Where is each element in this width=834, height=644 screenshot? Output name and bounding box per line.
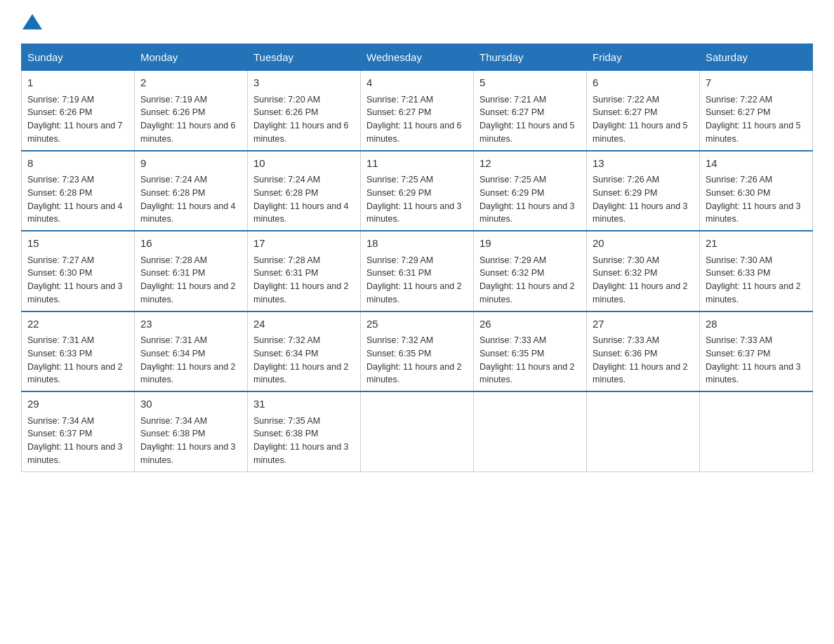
day-number: 18 (366, 236, 468, 252)
calendar-cell: 22Sunrise: 7:31 AMSunset: 6:33 PMDayligh… (22, 311, 135, 392)
calendar-cell: 20Sunrise: 7:30 AMSunset: 6:32 PMDayligh… (587, 231, 700, 311)
calendar-table: Sunday Monday Tuesday Wednesday Thursday… (21, 43, 813, 472)
calendar-cell (361, 391, 474, 471)
calendar-cell (587, 391, 700, 471)
calendar-cell: 1Sunrise: 7:19 AMSunset: 6:26 PMDaylight… (22, 71, 135, 151)
calendar-cell: 5Sunrise: 7:21 AMSunset: 6:27 PMDaylight… (474, 71, 587, 151)
calendar-cell: 7Sunrise: 7:22 AMSunset: 6:27 PMDaylight… (700, 71, 813, 151)
calendar-week-row: 1Sunrise: 7:19 AMSunset: 6:26 PMDaylight… (22, 71, 813, 151)
day-number: 19 (479, 236, 581, 252)
calendar-cell: 23Sunrise: 7:31 AMSunset: 6:34 PMDayligh… (135, 311, 248, 392)
page-header (21, 14, 813, 29)
day-number: 27 (593, 316, 694, 333)
day-number: 29 (27, 396, 128, 412)
day-number: 23 (140, 316, 241, 333)
calendar-cell: 2Sunrise: 7:19 AMSunset: 6:26 PMDaylight… (135, 71, 248, 151)
col-friday: Friday (587, 44, 700, 71)
day-number: 6 (593, 75, 694, 91)
calendar-cell: 3Sunrise: 7:20 AMSunset: 6:26 PMDaylight… (248, 71, 361, 151)
col-thursday: Thursday (474, 44, 587, 71)
day-number: 3 (253, 75, 355, 91)
calendar-cell: 10Sunrise: 7:24 AMSunset: 6:28 PMDayligh… (248, 151, 361, 232)
calendar-cell: 31Sunrise: 7:35 AMSunset: 6:38 PMDayligh… (248, 391, 361, 471)
calendar-cell: 12Sunrise: 7:25 AMSunset: 6:29 PMDayligh… (474, 151, 587, 232)
day-number: 15 (27, 236, 128, 252)
calendar-cell: 24Sunrise: 7:32 AMSunset: 6:34 PMDayligh… (248, 311, 361, 392)
col-wednesday: Wednesday (361, 44, 474, 71)
col-tuesday: Tuesday (248, 44, 361, 71)
day-number: 30 (140, 396, 241, 412)
calendar-cell: 18Sunrise: 7:29 AMSunset: 6:31 PMDayligh… (361, 231, 474, 311)
logo (21, 14, 44, 29)
calendar-cell: 6Sunrise: 7:22 AMSunset: 6:27 PMDaylight… (587, 71, 700, 151)
day-number: 31 (253, 396, 355, 412)
day-number: 17 (253, 236, 355, 252)
calendar-cell: 14Sunrise: 7:26 AMSunset: 6:30 PMDayligh… (700, 151, 813, 232)
calendar-cell (474, 391, 587, 471)
day-number: 25 (366, 316, 468, 333)
day-number: 12 (479, 156, 581, 172)
calendar-week-row: 29Sunrise: 7:34 AMSunset: 6:37 PMDayligh… (22, 391, 813, 471)
calendar-cell: 27Sunrise: 7:33 AMSunset: 6:36 PMDayligh… (587, 311, 700, 392)
col-sunday: Sunday (22, 44, 135, 71)
day-number: 24 (253, 316, 355, 333)
logo-triangle-icon (22, 14, 42, 29)
calendar-cell: 15Sunrise: 7:27 AMSunset: 6:30 PMDayligh… (22, 231, 135, 311)
calendar-cell: 16Sunrise: 7:28 AMSunset: 6:31 PMDayligh… (135, 231, 248, 311)
calendar-week-row: 15Sunrise: 7:27 AMSunset: 6:30 PMDayligh… (22, 231, 813, 311)
calendar-cell: 30Sunrise: 7:34 AMSunset: 6:38 PMDayligh… (135, 391, 248, 471)
day-number: 7 (706, 75, 807, 91)
calendar-cell: 13Sunrise: 7:26 AMSunset: 6:29 PMDayligh… (587, 151, 700, 232)
day-number: 2 (140, 75, 241, 91)
calendar-cell: 28Sunrise: 7:33 AMSunset: 6:37 PMDayligh… (700, 311, 813, 392)
day-number: 1 (27, 75, 128, 91)
day-number: 16 (140, 236, 241, 252)
calendar-cell: 26Sunrise: 7:33 AMSunset: 6:35 PMDayligh… (474, 311, 587, 392)
calendar-cell: 9Sunrise: 7:24 AMSunset: 6:28 PMDaylight… (135, 151, 248, 232)
calendar-cell (700, 391, 813, 471)
calendar-cell: 11Sunrise: 7:25 AMSunset: 6:29 PMDayligh… (361, 151, 474, 232)
calendar-week-row: 22Sunrise: 7:31 AMSunset: 6:33 PMDayligh… (22, 311, 813, 392)
day-number: 10 (253, 156, 355, 172)
day-number: 22 (27, 316, 128, 333)
calendar-cell: 29Sunrise: 7:34 AMSunset: 6:37 PMDayligh… (22, 391, 135, 471)
calendar-cell: 4Sunrise: 7:21 AMSunset: 6:27 PMDaylight… (361, 71, 474, 151)
day-number: 20 (593, 236, 694, 252)
day-number: 11 (366, 156, 468, 172)
col-monday: Monday (135, 44, 248, 71)
day-number: 26 (479, 316, 581, 333)
calendar-cell: 21Sunrise: 7:30 AMSunset: 6:33 PMDayligh… (700, 231, 813, 311)
calendar-cell: 17Sunrise: 7:28 AMSunset: 6:31 PMDayligh… (248, 231, 361, 311)
col-saturday: Saturday (700, 44, 813, 71)
day-number: 14 (706, 156, 807, 172)
day-number: 9 (140, 156, 241, 172)
calendar-cell: 19Sunrise: 7:29 AMSunset: 6:32 PMDayligh… (474, 231, 587, 311)
day-number: 4 (366, 75, 468, 91)
calendar-week-row: 8Sunrise: 7:23 AMSunset: 6:28 PMDaylight… (22, 151, 813, 232)
day-number: 5 (479, 75, 581, 91)
day-number: 13 (593, 156, 694, 172)
calendar-header-row: Sunday Monday Tuesday Wednesday Thursday… (22, 44, 813, 71)
calendar-cell: 25Sunrise: 7:32 AMSunset: 6:35 PMDayligh… (361, 311, 474, 392)
day-number: 28 (706, 316, 807, 333)
day-number: 21 (706, 236, 807, 252)
day-number: 8 (27, 156, 128, 172)
calendar-cell: 8Sunrise: 7:23 AMSunset: 6:28 PMDaylight… (22, 151, 135, 232)
